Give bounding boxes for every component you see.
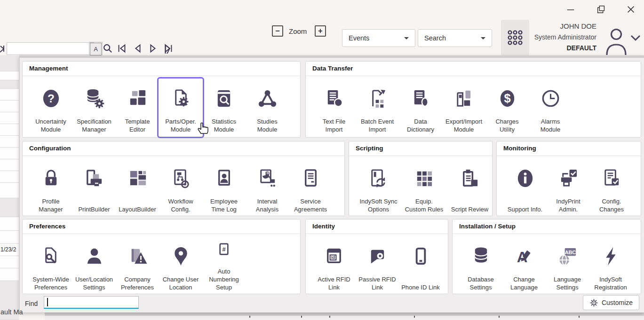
dollar-badge-icon: $ <box>496 87 518 109</box>
module-config-changes[interactable]: Config.Changes <box>590 159 633 216</box>
group-scripting: ScriptingIndySoft SyncOptionsEquip.Custo… <box>349 141 493 216</box>
module-label: Active RFIDLink <box>312 275 356 294</box>
module-data-dictionary[interactable]: DataDictionary <box>399 79 442 136</box>
module-workflow-config[interactable]: WorkflowConfig. <box>159 159 202 216</box>
module-label: DataDictionary <box>399 117 442 136</box>
module-indyprint-admin[interactable]: IndyPrintAdmin. <box>547 159 590 216</box>
module-specification-manager[interactable]: SpecificationManager <box>72 79 116 136</box>
last-record-icon[interactable] <box>163 43 174 54</box>
module-uncertainty-module[interactable]: ?UncertaintyModule <box>29 79 72 136</box>
module-indysoft-sync-options[interactable]: IndySoft SyncOptions <box>356 159 401 216</box>
module-label: Support Info. <box>503 197 547 216</box>
module-system-wide-preferences[interactable]: System-WidePreferences <box>29 237 72 294</box>
module-service-agreements[interactable]: ServiceAgreements <box>289 159 332 216</box>
group-title-configuration: Configuration <box>23 141 344 156</box>
background-table-row <box>0 217 19 231</box>
previous-record-icon[interactable] <box>133 43 143 54</box>
workflow-target-icon <box>170 167 192 189</box>
find-input[interactable] <box>44 296 139 309</box>
module-change-user-location[interactable]: Change UserLocation <box>159 237 202 294</box>
search-dropdown-value: Search <box>424 34 446 42</box>
abc-globe-icon: ABC <box>557 245 579 267</box>
group-title-scripting: Scripting <box>349 141 492 156</box>
module-label: User/LocationSettings <box>72 275 116 294</box>
background-table-row <box>0 183 19 198</box>
zoom-in-button[interactable]: + <box>315 25 326 37</box>
module-company-preferences[interactable]: CompanyPreferences <box>116 237 159 294</box>
restore-button[interactable] <box>596 5 607 14</box>
module-support-info[interactable]: Support Info. <box>503 159 547 216</box>
module-label: IndyPrintAdmin. <box>547 197 590 216</box>
module-profile-manager[interactable]: ProfileManager <box>29 159 72 216</box>
events-dropdown[interactable]: Events <box>342 29 415 47</box>
svg-text:ABC: ABC <box>564 249 576 255</box>
background-table-row <box>0 256 19 268</box>
module-studies-module[interactable]: StudiesModule <box>246 79 289 136</box>
module-label: StudiesModule <box>246 117 289 136</box>
text-caret <box>47 298 48 306</box>
module-phone-id-link[interactable]: Phone ID Link <box>399 237 442 294</box>
quick-search-input[interactable] <box>7 42 94 55</box>
customize-button[interactable]: Customize <box>583 295 639 310</box>
module-active-rfid-link[interactable]: IdActive RFIDLink <box>312 237 356 294</box>
module-equip-custom-rules[interactable]: Equip.Custom Rules <box>401 159 447 216</box>
printer-frame-icon <box>83 167 105 189</box>
module-script-review[interactable]: Script Review <box>447 159 493 216</box>
module-batch-event-import[interactable]: Batch EventImport <box>356 79 399 136</box>
minimize-button[interactable] <box>565 5 576 14</box>
background-artifact <box>329 316 330 318</box>
document-report-icon <box>323 87 345 109</box>
module-user-location-settings[interactable]: User/LocationSettings <box>72 237 116 294</box>
svg-text:?: ? <box>48 92 55 105</box>
map-pin-icon <box>170 245 192 267</box>
close-button[interactable] <box>625 5 636 14</box>
document-mouse-icon <box>410 87 432 109</box>
group-identity: IdentityIdActive RFIDLinkPassive RFIDLin… <box>305 219 448 294</box>
first-record-icon[interactable] <box>117 43 127 54</box>
panel-top-edge <box>20 55 644 58</box>
person-badge-icon <box>213 167 235 189</box>
module-language-settings[interactable]: ABCLanguageSettings <box>546 237 589 294</box>
document-wrench-icon <box>40 245 62 267</box>
next-record-icon[interactable] <box>148 43 158 54</box>
document-checkbox-icon <box>601 167 623 189</box>
module-text-file-import[interactable]: Text FileImport <box>312 79 356 136</box>
module-label: SpecificationManager <box>72 117 116 136</box>
document-lines-icon <box>300 167 322 189</box>
export-devices-icon <box>453 87 475 109</box>
avatar[interactable] <box>604 26 628 55</box>
module-label: LanguageSettings <box>546 275 589 294</box>
document-flow-arrow-icon <box>366 87 389 109</box>
zoom-out-button[interactable]: − <box>272 25 283 37</box>
group-preferences: PreferencesSystem-WidePreferencesUser/Lo… <box>22 219 301 294</box>
module-change-language[interactable]: AChangeLanguage <box>502 237 546 294</box>
group-title-monitoring: Monitoring <box>497 141 641 156</box>
module-label: TemplateEditor <box>116 117 159 136</box>
background-clipped-row <box>45 316 644 320</box>
module-export-import-module[interactable]: Export/ImportModule <box>442 79 485 136</box>
background-date-cell: 1/23/2 <box>0 246 16 253</box>
module-database-settings[interactable]: DatabaseSettings <box>459 237 502 294</box>
module-label: Parts/Oper.Module <box>159 117 202 136</box>
chevron-down-icon <box>404 37 409 39</box>
background-table-row <box>0 268 19 281</box>
module-employee-time-log[interactable]: EmployeeTime Log <box>202 159 246 216</box>
module-label: AutoNumberingSetup <box>202 267 246 294</box>
module-layoutbuilder[interactable]: LayoutBuilder <box>116 159 159 216</box>
module-label: Passive RFIDLink <box>356 275 399 294</box>
match-case-button[interactable]: A <box>90 43 102 55</box>
module-printbuilder[interactable]: PrintBuilder <box>72 159 116 216</box>
module-interval-analysis[interactable]: IntervalAnalysis <box>246 159 289 216</box>
module-charges-utility[interactable]: $ChargesUtility <box>485 79 529 136</box>
document-hash-icon: # <box>213 241 235 263</box>
module-auto-numbering-setup[interactable]: #AutoNumberingSetup <box>202 237 246 294</box>
module-passive-rfid-link[interactable]: Passive RFIDLink <box>356 237 399 294</box>
group-installation-setup: Installation / SetupDatabaseSettingsACha… <box>452 219 641 294</box>
background-table-row <box>0 136 19 148</box>
module-template-editor[interactable]: TemplateEditor <box>116 79 159 136</box>
user-menu-chevron-icon[interactable] <box>630 34 641 42</box>
search-icon[interactable] <box>103 43 113 54</box>
module-indysoft-registration[interactable]: IndySoftRegistration <box>589 237 632 294</box>
module-alarms-module[interactable]: AlarmsModule <box>529 79 572 136</box>
module-parts-oper-module[interactable]: Parts/Oper.Module <box>159 79 202 136</box>
